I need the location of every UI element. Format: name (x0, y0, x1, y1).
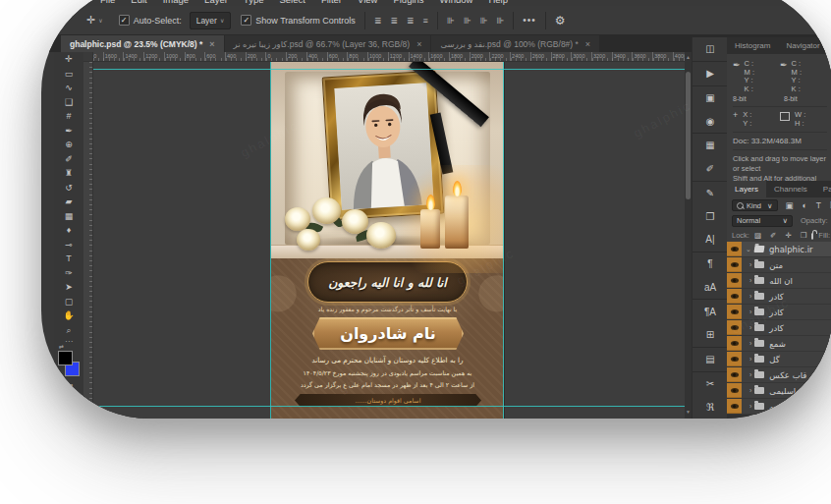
layer-group-frame-1[interactable]: › کادر (727, 289, 831, 305)
expand-chevron-icon[interactable]: › (749, 308, 751, 315)
layer-group-inna-lillah[interactable]: › ان الله (727, 273, 831, 289)
gear-icon[interactable]: ⚙ (555, 14, 566, 28)
layer-name[interactable]: کادر (769, 308, 784, 317)
align-vertical-centers-icon[interactable]: ⊪ (464, 16, 471, 26)
tab-layers[interactable]: Layers (727, 181, 766, 197)
notes-panel-icon[interactable]: ▤ (692, 347, 728, 371)
layer-visibility-toggle[interactable] (727, 257, 742, 272)
layer-name[interactable]: ghalphic.ir (769, 245, 813, 254)
layer-visibility-toggle[interactable] (727, 399, 742, 414)
libraries-panel-icon[interactable]: ▣ (692, 85, 728, 110)
expand-chevron-icon[interactable]: ⌄ (746, 246, 751, 253)
filter-type-layers-icon[interactable]: T (816, 200, 821, 210)
align-bottom-edges-icon[interactable]: ⊪ (479, 16, 487, 26)
eraser-tool[interactable]: ▰ (54, 195, 83, 209)
glyphs-panel-icon[interactable]: ⊞ (692, 323, 728, 347)
color-panel-icon[interactable]: ◉ (692, 109, 728, 133)
layer-visibility-toggle[interactable] (727, 352, 742, 366)
layer-name[interactable]: کادر (769, 323, 784, 333)
more-options-icon[interactable]: ••• (523, 15, 536, 26)
layer-name[interactable]: گل (769, 355, 779, 364)
zoom-tool[interactable]: ⌕ (54, 323, 83, 338)
layer-visibility-toggle[interactable] (727, 336, 742, 351)
layer-visibility-toggle[interactable] (727, 383, 742, 398)
close-icon[interactable]: × (585, 39, 590, 49)
guide-line[interactable] (93, 69, 685, 70)
quick-mask-icon[interactable]: ◨ (65, 382, 74, 392)
layer-visibility-toggle[interactable] (727, 289, 742, 304)
menu-item[interactable]: Help (488, 0, 508, 5)
distribute-vertically-icon[interactable]: ⊪ (496, 16, 504, 26)
layer-name[interactable]: اسلیمی (769, 386, 796, 396)
history-brush-tool[interactable]: ↺ (54, 181, 83, 196)
brush-tool[interactable]: ✐ (54, 152, 83, 167)
vertical-ruler[interactable] (83, 62, 93, 419)
document-tab[interactable]: کاور زیبا تیره نر.psd @ 66.7% (Layer 36,… (225, 35, 431, 52)
layer-name[interactable]: کادر (769, 292, 784, 302)
layer-filter-dropdown[interactable]: Kind ∨ (732, 199, 778, 211)
path-selection-tool[interactable]: ➤ (54, 280, 83, 295)
styles-panel-icon[interactable]: ℜ (692, 395, 728, 419)
document-tab[interactable]: نقد و بررسی.psd @ 100% (RGB/8#) * × (431, 35, 599, 52)
menu-item[interactable]: Filter (321, 0, 342, 5)
blur-tool[interactable]: ♦ (54, 223, 83, 238)
tab-histogram[interactable]: Histogram (727, 37, 778, 54)
document-tab[interactable]: ghalphic.psd @ 23.5% (CMYK/8) * × (61, 35, 224, 52)
layer-group-eslimi[interactable]: › اسلیمی (727, 383, 831, 399)
layer-name[interactable]: ان الله (769, 276, 793, 286)
horizontal-ruler[interactable]: 1800160014001200100080060040020002004006… (93, 52, 685, 62)
swatches-panel-icon[interactable]: ▦ (692, 133, 728, 157)
layer-visibility-toggle[interactable] (727, 320, 742, 335)
expand-chevron-icon[interactable]: › (749, 403, 751, 410)
lock-image-pixels-icon[interactable]: ✐ (770, 231, 776, 240)
chevron-down-icon[interactable]: ∨ (98, 17, 102, 24)
menu-item[interactable]: Select (279, 0, 305, 5)
paragraph-styles-panel-icon[interactable]: ¶A (692, 299, 728, 323)
character-panel-icon[interactable]: A| (692, 228, 728, 252)
tab-navigator[interactable]: Navigator (778, 37, 827, 54)
menu-item[interactable]: Edit (131, 0, 146, 5)
menu-item[interactable]: Window (440, 0, 473, 5)
distribute-horizontally-icon[interactable]: ≡ (423, 16, 428, 26)
expand-chevron-icon[interactable]: › (749, 277, 751, 284)
crop-tool[interactable]: # (54, 109, 83, 124)
move-tool[interactable]: ✛ (54, 52, 83, 67)
character-styles-panel-icon[interactable]: aA (692, 276, 728, 300)
tool-presets-panel-icon[interactable]: ✂ (692, 371, 728, 396)
close-icon[interactable]: × (416, 39, 421, 49)
tab-channels[interactable]: Channels (766, 181, 815, 197)
memorial-poster-canvas[interactable]: انا لله و انا الیه راجعون با نهایت تأسف … (271, 62, 504, 419)
lock-transparent-pixels-icon[interactable]: ▨ (754, 231, 761, 240)
menu-item[interactable]: Type (244, 0, 264, 5)
layer-group-frame-2[interactable]: › کادر (727, 305, 831, 320)
show-transform-controls-checkbox[interactable]: ✓ (241, 15, 251, 26)
rectangular-marquee-tool[interactable]: ▭ (54, 67, 83, 82)
align-left-edges-icon[interactable]: ≣ (374, 16, 382, 26)
layer-group-background[interactable]: › زمینه (727, 399, 831, 415)
canvas-scrollbar[interactable]: ▲ ▼ (685, 52, 692, 419)
menu-item[interactable]: File (100, 0, 115, 5)
type-tool[interactable]: T (54, 252, 83, 266)
close-icon[interactable]: × (209, 39, 214, 49)
auto-select-target-dropdown[interactable]: Layer ∨ (190, 12, 232, 29)
reset-colors-icon[interactable]: ⇄ (59, 343, 64, 350)
layer-group-frame-3[interactable]: › کادر (727, 320, 831, 336)
expand-chevron-icon[interactable]: › (749, 387, 751, 394)
expand-chevron-icon[interactable]: › (749, 324, 751, 331)
shape-tool[interactable]: ▢ (54, 295, 83, 309)
auto-select-checkbox[interactable]: ✓ (119, 15, 130, 26)
filter-pixel-layers-icon[interactable]: ▣ (786, 200, 794, 210)
history-panel-icon[interactable]: ◫ (692, 37, 728, 61)
brush-settings-panel-icon[interactable]: ✐ (692, 157, 728, 181)
foreground-color-swatch[interactable] (58, 351, 73, 365)
gradient-tool[interactable]: ▦ (54, 209, 83, 224)
layer-visibility-toggle[interactable] (727, 367, 742, 382)
lock-position-icon[interactable]: ✛ (785, 231, 791, 240)
pen-tool[interactable]: ✑ (54, 266, 83, 281)
tab-paths[interactable]: Paths (815, 181, 831, 197)
layer-visibility-toggle[interactable] (727, 273, 742, 288)
lock-all-icon[interactable] (811, 233, 813, 240)
layer-group-candle[interactable]: › شمع (727, 336, 831, 352)
menu-item[interactable]: View (358, 0, 377, 5)
layer-group-text[interactable]: › متن (727, 257, 831, 273)
